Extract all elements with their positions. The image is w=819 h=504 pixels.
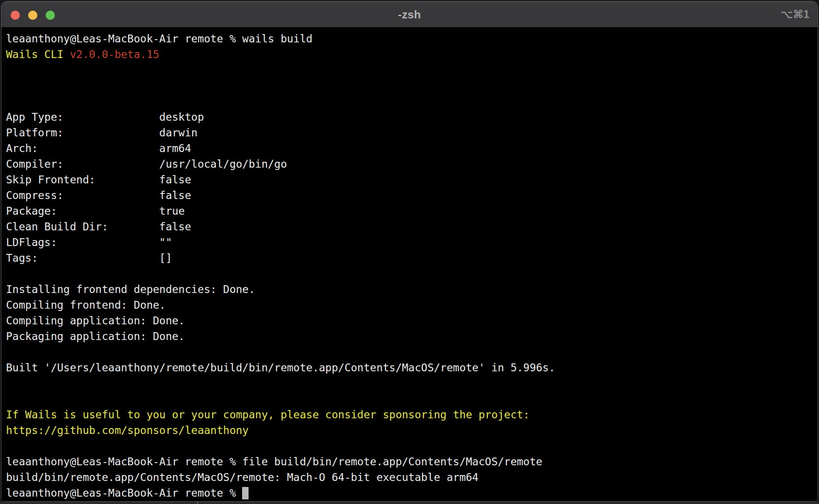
terminal-line: Tags: [] <box>6 250 818 266</box>
terminal-line: Packaging application: Done. <box>6 328 818 344</box>
window-title: -zsh <box>1 1 818 28</box>
terminal-window: -zsh ⌥⌘1 leaanthony@Leas-MacBook-Air rem… <box>1 1 818 502</box>
terminal-text-segment: Installing frontend dependencies: Done. <box>6 283 255 295</box>
terminal-text-segment: Clean Build Dir: false <box>6 221 191 233</box>
terminal-line <box>6 391 818 407</box>
terminal-text-segment: Skip Frontend: false <box>6 174 191 186</box>
terminal-line: If Wails is useful to you or your compan… <box>6 407 818 422</box>
terminal-text-segment: Compiling application: Done. <box>6 315 185 327</box>
terminal-line: Package: true <box>6 203 818 219</box>
terminal-text-segment: Tags: [] <box>6 252 172 264</box>
terminal-line: build/bin/remote.app/Contents/MacOS/remo… <box>6 469 818 485</box>
terminal-line: Compiling frontend: Done. <box>6 297 818 313</box>
terminal-line: Installing frontend dependencies: Done. <box>6 281 818 297</box>
background-window-edge <box>0 502 819 504</box>
terminal-line <box>6 438 818 454</box>
terminal-line <box>6 375 818 391</box>
terminal-line: Compress: false <box>6 188 818 203</box>
background-window-divider <box>197 502 198 504</box>
titlebar[interactable]: -zsh ⌥⌘1 <box>1 1 818 28</box>
terminal-line: Compiler: /usr/local/go/bin/go <box>6 156 818 172</box>
terminal-line: leaanthony@Leas-MacBook-Air remote % <box>6 485 818 501</box>
terminal-line: Platform: darwin <box>6 125 818 141</box>
terminal-text-segment: App Type: desktop <box>6 111 204 123</box>
terminal-line <box>6 344 818 360</box>
terminal-line <box>6 78 818 94</box>
terminal-line <box>6 62 818 78</box>
terminal-text-segment: Arch: arm64 <box>6 142 191 154</box>
terminal-text-segment: Wails CLI <box>6 48 70 60</box>
terminal-text-segment: leaanthony@Leas-MacBook-Air remote % wai… <box>6 33 313 45</box>
terminal-line <box>6 94 818 109</box>
terminal-line: leaanthony@Leas-MacBook-Air remote % wai… <box>6 31 818 47</box>
terminal-text-segment: Compiler: /usr/local/go/bin/go <box>6 158 287 170</box>
terminal-text-segment: Built '/Users/leaanthony/remote/build/bi… <box>6 362 555 374</box>
terminal-line: Built '/Users/leaanthony/remote/build/bi… <box>6 360 818 375</box>
terminal-text-segment: Compiling frontend: Done. <box>6 299 166 311</box>
terminal-text-segment: v2.0.0-beta.15 <box>70 48 159 60</box>
terminal-text-segment: https://github.com/sponsors/leaanthony <box>6 424 249 436</box>
terminal-screen[interactable]: leaanthony@Leas-MacBook-Air remote % wai… <box>1 28 818 501</box>
terminal-line: https://github.com/sponsors/leaanthony <box>6 422 818 438</box>
terminal-line: Arch: arm64 <box>6 141 818 156</box>
terminal-line: LDFlags: "" <box>6 234 818 250</box>
terminal-text-segment: If Wails is useful to you or your compan… <box>6 409 529 421</box>
terminal-text-segment: Packaging application: Done. <box>6 330 185 342</box>
terminal-line: Wails CLI v2.0.0-beta.15 <box>6 47 818 62</box>
terminal-text-segment: build/bin/remote.app/Contents/MacOS/remo… <box>6 471 479 483</box>
terminal-text-segment: LDFlags: "" <box>6 236 172 248</box>
terminal-line: Skip Frontend: false <box>6 172 818 188</box>
terminal-text-segment: Platform: darwin <box>6 127 197 139</box>
terminal-text-segment: Package: true <box>6 205 185 217</box>
terminal-text-segment: leaanthony@Leas-MacBook-Air remote % fil… <box>6 456 542 468</box>
text-cursor <box>242 487 249 499</box>
terminal-line: leaanthony@Leas-MacBook-Air remote % fil… <box>6 454 818 469</box>
terminal-line: Clean Build Dir: false <box>6 219 818 234</box>
terminal-line <box>6 266 818 281</box>
tab-shortcut-label: ⌥⌘1 <box>781 1 809 28</box>
terminal-line: Compiling application: Done. <box>6 313 818 328</box>
terminal-text-segment: Compress: false <box>6 189 191 201</box>
terminal-line: App Type: desktop <box>6 109 818 125</box>
terminal-text-segment: leaanthony@Leas-MacBook-Air remote % <box>6 487 242 499</box>
